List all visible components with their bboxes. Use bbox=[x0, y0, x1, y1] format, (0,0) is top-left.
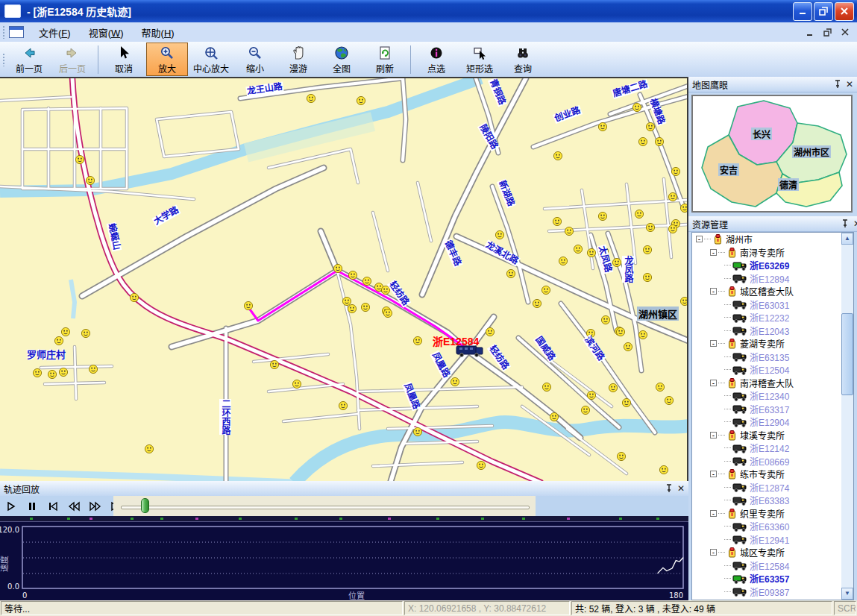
center-zoom-button[interactable]: 中心放大 bbox=[189, 43, 233, 76]
poi-smiley-marker[interactable] bbox=[553, 217, 561, 225]
restore-button[interactable] bbox=[814, 2, 833, 21]
poi-smiley-marker[interactable] bbox=[587, 248, 595, 257]
poi-smiley-marker[interactable] bbox=[659, 465, 668, 474]
poi-smiley-marker[interactable] bbox=[244, 301, 252, 309]
poi-smiley-marker[interactable] bbox=[348, 271, 357, 279]
tree-vehicle[interactable]: 浙E63357 bbox=[692, 572, 853, 585]
poi-smiley-marker[interactable] bbox=[270, 360, 278, 368]
menu-file[interactable]: 文件(F) bbox=[30, 23, 80, 42]
poi-smiley-marker[interactable] bbox=[61, 327, 69, 336]
pin-icon[interactable] bbox=[665, 484, 673, 493]
tree-vehicle[interactable]: 浙E63383 bbox=[692, 494, 853, 507]
poi-smiley-marker[interactable] bbox=[339, 401, 347, 409]
poi-smiley-marker[interactable] bbox=[383, 309, 392, 317]
poi-smiley-marker[interactable] bbox=[656, 383, 664, 391]
poi-smiley-marker[interactable] bbox=[86, 176, 94, 184]
poi-smiley-marker[interactable] bbox=[587, 391, 595, 399]
tree-vehicle[interactable]: 浙E12904 bbox=[692, 415, 853, 429]
poi-smiley-marker[interactable] bbox=[581, 406, 589, 414]
poi-smiley-marker[interactable] bbox=[638, 137, 647, 145]
poi-smiley-marker[interactable] bbox=[357, 96, 365, 104]
poi-smiley-marker[interactable] bbox=[550, 412, 558, 421]
tree-vehicle[interactable]: 浙E12894 bbox=[692, 272, 853, 286]
poi-smiley-marker[interactable] bbox=[680, 297, 688, 305]
pin-icon[interactable] bbox=[841, 219, 849, 228]
rewind-button[interactable] bbox=[65, 498, 84, 515]
query-button[interactable]: 查询 bbox=[502, 43, 544, 76]
poi-smiley-marker[interactable] bbox=[75, 155, 84, 163]
poi-smiley-marker[interactable] bbox=[643, 273, 651, 281]
tree-vehicle[interactable]: 浙E12043 bbox=[692, 324, 853, 338]
poi-smiley-marker[interactable] bbox=[413, 336, 421, 345]
poi-smiley-marker[interactable] bbox=[655, 137, 663, 145]
full-map-button[interactable]: 全图 bbox=[321, 43, 362, 76]
poi-smiley-marker[interactable] bbox=[601, 315, 609, 324]
tree-group[interactable]: -南浔稽查大队 bbox=[692, 377, 853, 390]
collapse-icon[interactable]: - bbox=[710, 432, 717, 439]
poi-smiley-marker[interactable] bbox=[413, 427, 421, 436]
poi-smiley-marker[interactable] bbox=[348, 304, 356, 312]
pin-icon[interactable] bbox=[834, 80, 841, 89]
slider-thumb[interactable] bbox=[141, 498, 149, 513]
poi-smiley-marker[interactable] bbox=[451, 377, 459, 386]
poi-smiley-marker[interactable] bbox=[617, 452, 625, 460]
poi-smiley-marker[interactable] bbox=[342, 297, 351, 305]
point-select-button[interactable]: 点选 bbox=[415, 43, 457, 76]
poi-smiley-marker[interactable] bbox=[680, 204, 688, 212]
collapse-icon[interactable]: - bbox=[710, 510, 717, 517]
collapse-icon[interactable]: - bbox=[710, 249, 717, 256]
poi-smiley-marker[interactable] bbox=[33, 368, 41, 377]
poi-smiley-marker[interactable] bbox=[609, 383, 617, 392]
refresh-button[interactable]: 刷新 bbox=[364, 43, 406, 76]
tree-group[interactable]: -城区稽查大队 bbox=[692, 285, 853, 298]
tree-vehicle[interactable]: 浙E63269 bbox=[692, 259, 853, 272]
tree-group[interactable]: -城区专卖所 bbox=[692, 546, 853, 559]
poi-smiley-marker[interactable] bbox=[622, 398, 630, 406]
tree-scrollbar[interactable]: ▲ ▼ bbox=[841, 233, 853, 600]
tree-vehicle[interactable]: 浙E63031 bbox=[692, 298, 853, 312]
first-button[interactable] bbox=[44, 498, 63, 515]
tree-vehicle[interactable]: 浙E09387 bbox=[692, 585, 853, 599]
tree-vehicle[interactable]: 浙E63135 bbox=[692, 351, 853, 364]
collapse-icon[interactable]: - bbox=[696, 236, 703, 242]
poi-smiley-marker[interactable] bbox=[646, 223, 654, 231]
mdi-close-button[interactable] bbox=[841, 28, 850, 37]
poi-smiley-marker[interactable] bbox=[542, 383, 550, 391]
poi-smiley-marker[interactable] bbox=[553, 151, 562, 160]
poi-smiley-marker[interactable] bbox=[362, 277, 371, 285]
menu-window[interactable]: 视窗(W) bbox=[80, 23, 133, 42]
poi-smiley-marker[interactable] bbox=[598, 122, 606, 131]
poi-smiley-marker[interactable] bbox=[565, 227, 573, 235]
poi-smiley-marker[interactable] bbox=[333, 264, 342, 272]
overview-close-icon[interactable]: ✕ bbox=[846, 81, 853, 88]
poi-smiley-marker[interactable] bbox=[59, 368, 67, 376]
next-page-button[interactable]: 后一页 bbox=[51, 43, 93, 76]
tree-vehicle[interactable]: 浙E12504 bbox=[692, 363, 853, 377]
scroll-down-icon[interactable]: ▼ bbox=[841, 588, 853, 600]
prev-page-button[interactable]: 前一页 bbox=[8, 43, 50, 76]
poi-smiley-marker[interactable] bbox=[559, 257, 567, 265]
map-viewport[interactable]: 龙王山路青铜路陵阳路创业路唐塘二路横塘路新湖路大学路德丰路龙溪北路轻纺路轻纺路龙… bbox=[0, 77, 688, 481]
poi-smiley-marker[interactable] bbox=[665, 396, 673, 404]
toolbar-grip2[interactable] bbox=[2, 53, 5, 66]
poi-smiley-marker[interactable] bbox=[292, 380, 301, 388]
poi-smiley-marker[interactable] bbox=[638, 330, 647, 339]
poi-smiley-marker[interactable] bbox=[668, 192, 677, 201]
poi-smiley-marker[interactable] bbox=[616, 327, 624, 336]
tree-vehicle[interactable]: 浙E63317 bbox=[692, 403, 853, 416]
fastforward-button[interactable] bbox=[86, 498, 104, 515]
rect-select-button[interactable]: 矩形选 bbox=[459, 43, 500, 76]
poi-smiley-marker[interactable] bbox=[495, 230, 503, 239]
poi-smiley-marker[interactable] bbox=[506, 269, 515, 277]
poi-smiley-marker[interactable] bbox=[48, 370, 56, 378]
resource-close-icon[interactable]: ✕ bbox=[853, 220, 857, 227]
overview-map[interactable]: 长兴湖州市区安吉德清 bbox=[691, 95, 853, 213]
collapse-icon[interactable]: - bbox=[710, 340, 717, 347]
poi-smiley-marker[interactable] bbox=[646, 122, 654, 131]
poi-smiley-marker[interactable] bbox=[477, 461, 485, 469]
poi-smiley-marker[interactable] bbox=[635, 210, 643, 218]
poi-smiley-marker[interactable] bbox=[598, 212, 606, 220]
zoom-in-button[interactable]: 放大 bbox=[146, 43, 188, 76]
mdi-minimize-button[interactable] bbox=[806, 28, 814, 37]
tree-group[interactable]: -埭溪专卖所 bbox=[692, 429, 853, 442]
